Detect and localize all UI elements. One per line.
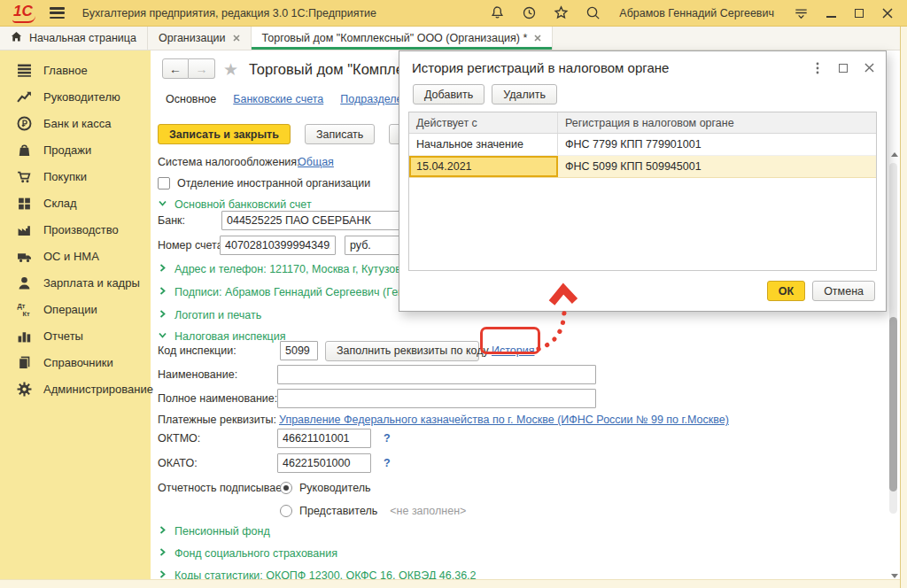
scrollbar-down-arrow[interactable]: [891, 574, 898, 578]
tab-home[interactable]: Начальная страница: [0, 27, 148, 50]
okato-input[interactable]: [277, 453, 371, 473]
home-icon: [11, 31, 22, 45]
maximize-button[interactable]: [852, 6, 866, 20]
sidebar-item-sklad[interactable]: Склад: [0, 190, 151, 216]
cell-registration[interactable]: ФНС 7799 КПП 779901001: [558, 134, 876, 155]
section-pension-fund[interactable]: Пенсионный фонд: [158, 522, 270, 541]
favorites-star-icon[interactable]: [552, 4, 570, 22]
history-clock-icon[interactable]: [520, 4, 538, 22]
inspection-code-input[interactable]: [280, 341, 318, 360]
not-filled-note: <не заполнен>: [390, 505, 466, 517]
sidebar-item-zarplata-kadry[interactable]: Зарплата и кадры: [0, 269, 151, 296]
full-name-input[interactable]: [277, 389, 596, 408]
sidebar-item-proizvodstvo[interactable]: Производство: [0, 216, 151, 243]
table-row-selected[interactable]: 15.04.2021 ФНС 5099 КПП 509945001: [409, 156, 876, 178]
tab-close-icon[interactable]: [534, 32, 541, 44]
back-arrow-icon[interactable]: ←: [162, 58, 189, 79]
add-row-button[interactable]: Добавить: [413, 84, 485, 104]
nav-tab-bank-accounts[interactable]: Банковские счета: [233, 93, 323, 105]
sections-sidebar: Главное Руководителю Банк и касса Продаж…: [0, 50, 151, 579]
foreign-org-checkbox[interactable]: [158, 177, 170, 190]
sidebar-item-label: Отчеты: [43, 329, 83, 343]
cart-icon: [17, 169, 32, 184]
maximize-dialog-icon[interactable]: [837, 62, 849, 74]
app-title: Бухгалтерия предприятия, редакция 3.0 1С…: [82, 7, 376, 19]
oktmo-input[interactable]: [277, 429, 371, 448]
sidebar-item-pokupki[interactable]: Покупки: [0, 163, 151, 190]
open-windows-tabbar: Начальная страница Организации Торговый …: [0, 27, 900, 50]
payment-details-link[interactable]: Управление Федерального казначейства по …: [279, 414, 729, 426]
history-link[interactable]: История: [492, 344, 534, 357]
minimize-button[interactable]: [824, 6, 838, 20]
account-number-input[interactable]: [220, 236, 336, 255]
section-signatures[interactable]: Подписи: Абрамов Геннадий Сергеевич (Ген…: [158, 282, 422, 302]
notifications-bell-icon[interactable]: [488, 4, 506, 22]
ok-button[interactable]: ОК: [767, 281, 805, 301]
tab-organizations[interactable]: Организации: [148, 27, 252, 50]
table-row[interactable]: Начальное значение ФНС 7799 КПП 77990100…: [409, 134, 876, 156]
section-logo-stamp[interactable]: Логотип и печать: [158, 306, 261, 325]
sidebar-item-label: Администрирование: [43, 383, 153, 396]
sidebar-item-label: Банк и касса: [43, 117, 112, 130]
sidebar-item-administrirovanie[interactable]: Администрирование: [0, 375, 151, 402]
forward-arrow-icon[interactable]: →: [189, 58, 215, 79]
foreign-org-label: Отделение иностранной организации: [177, 177, 370, 190]
tab-home-label: Начальная страница: [29, 32, 136, 44]
more-menu-icon[interactable]: [811, 62, 824, 74]
delete-row-button[interactable]: Удалить: [492, 84, 557, 104]
nav-tab-osnovnoe[interactable]: Основное: [166, 93, 216, 105]
cell-effective-from[interactable]: 15.04.2021: [409, 156, 558, 177]
sidebar-item-rukovoditelyu[interactable]: Руководителю: [0, 83, 151, 110]
sidebar-item-operacii[interactable]: ДтКт Операции: [0, 296, 151, 322]
sidebar-item-glavnoe[interactable]: Главное: [0, 57, 151, 83]
okato-help-icon[interactable]: ?: [384, 457, 391, 469]
cancel-button[interactable]: Отмена: [812, 281, 875, 301]
okato-label: ОКАТО:: [158, 457, 277, 469]
main-menu-icon[interactable]: [50, 7, 65, 19]
reporting-director-radio[interactable]: [280, 482, 292, 494]
save-and-close-button[interactable]: Записать и закрыть: [158, 124, 291, 144]
hide-panels-icon[interactable]: [792, 4, 810, 22]
oktmo-help-icon[interactable]: ?: [384, 432, 391, 445]
column-effective-from[interactable]: Действует с: [409, 112, 558, 133]
tab-organization-card[interactable]: Торговый дом "Комплексный" ООО (Организа…: [252, 27, 554, 50]
section-address-phone[interactable]: Адрес и телефон: 121170, Москва г, Кутуз…: [158, 259, 423, 279]
sidebar-item-os-nma[interactable]: ОС и НМА: [0, 243, 151, 269]
section-social-insurance[interactable]: Фонд социального страхования: [158, 544, 337, 563]
chevron-right-icon: [158, 263, 167, 275]
title-bar: 1С Бухгалтерия предприятия, редакция 3.0…: [0, 0, 907, 27]
scrollbar-thumb[interactable]: [889, 317, 897, 491]
tab-close-icon[interactable]: [233, 32, 240, 44]
fill-by-code-button[interactable]: Заполнить реквизиты по коду: [325, 341, 479, 361]
save-button[interactable]: Записать: [305, 124, 375, 144]
sidebar-item-otchety[interactable]: Отчеты: [0, 322, 151, 349]
sidebar-item-prodazhi[interactable]: Продажи: [0, 136, 151, 163]
sidebar-item-label: Главное: [43, 64, 88, 77]
close-dialog-icon[interactable]: [863, 62, 875, 74]
section-statistics-codes[interactable]: Коды статистики: ОКОПФ 12300, ОКФС 16, О…: [158, 566, 477, 579]
oktmo-label: ОКТМО:: [158, 432, 277, 445]
name-input[interactable]: [277, 365, 596, 384]
tax-system-link[interactable]: Общая: [298, 156, 334, 168]
tab-organization-card-label: Торговый дом "Комплексный" ООО (Организа…: [262, 32, 528, 44]
sidebar-item-spravochniki[interactable]: Справочники: [0, 349, 151, 375]
column-registration[interactable]: Регистрация в налоговом органе: [558, 112, 876, 133]
cell-registration[interactable]: ФНС 5099 КПП 509945001: [558, 156, 876, 177]
search-icon[interactable]: [584, 4, 601, 22]
dialog-title: История регистраций в налоговом органе: [412, 60, 669, 75]
sidebar-item-label: Зарплата и кадры: [43, 276, 140, 290]
favorite-star-icon[interactable]: ★: [223, 59, 238, 80]
chevron-right-icon: [158, 286, 167, 298]
bank-label: Банк:: [158, 214, 221, 227]
truck-icon: [17, 249, 32, 264]
sidebar-item-bank-kassa[interactable]: Банк и касса: [0, 110, 151, 136]
reporting-representative-radio[interactable]: [280, 505, 292, 517]
grid-boxes-icon: [17, 196, 32, 211]
1c-logo: 1С: [12, 3, 35, 23]
cell-effective-from[interactable]: Начальное значение: [409, 134, 558, 155]
chevron-right-icon: [158, 547, 167, 560]
close-window-icon[interactable]: [880, 6, 895, 20]
current-user-name[interactable]: Абрамов Геннадий Сергеевич: [619, 7, 774, 19]
ruble-circle-icon: [17, 116, 32, 131]
scrollbar-up-arrow[interactable]: [891, 152, 898, 157]
